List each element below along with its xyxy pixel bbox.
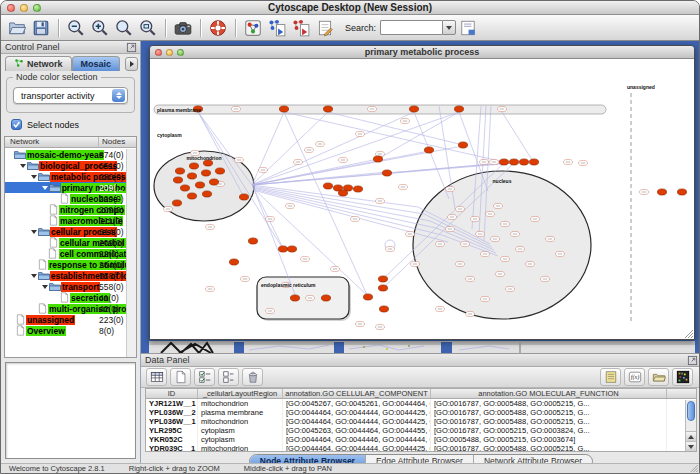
tree-expand-arrow-icon[interactable] [30,274,38,278]
tree-row[interactable]: primary metabol209(... [5,182,126,193]
scroll-up-icon[interactable] [686,431,696,441]
select-attributes-button[interactable] [194,368,215,386]
edge [252,112,328,185]
network-tab-icon [14,58,24,70]
select-nodes-label: Select nodes [27,120,79,130]
table-row[interactable]: YJR121W__1mitochondrion[GO:0045267, GO:0… [146,399,696,408]
birds-eye-view[interactable] [5,362,136,459]
tree-row[interactable]: cell communicat22(0) [5,248,126,259]
tree-row[interactable]: macromolecule311(0) [5,215,126,226]
table-column-header[interactable]: _cellularLayoutRegion [198,389,283,398]
tree-row[interactable]: metabolic process280(0) [5,171,126,182]
tree-row[interactable]: cellular process614(0) [5,226,126,237]
tree-row[interactable]: transport558(0) [5,281,126,292]
tree-expand-arrow-icon[interactable] [41,285,49,289]
tree-expand-arrow-icon[interactable] [19,164,27,168]
control-panel: Control Panel NetworkMosaic Node color s… [1,41,141,463]
table-row[interactable]: YPL036W__1mitochondrion[GO:0044464, GO:0… [146,417,696,426]
main-toolbar: Search: [1,15,699,41]
save-button[interactable] [29,17,53,39]
annotation-button[interactable] [313,17,337,39]
table-scrollbar[interactable] [685,400,696,451]
scrollbar-thumb[interactable] [687,401,695,421]
selected-node [287,246,296,252]
network-canvas[interactable]: plasma membranecytoplasmmitochondrionnuc… [150,59,694,339]
network-view-window[interactable]: primary metabolic process plasma membran… [149,45,695,340]
open-file-button[interactable] [5,17,29,39]
tab-mosaic[interactable]: Mosaic [72,56,121,71]
zoom-in-button[interactable] [88,17,112,39]
search-input[interactable] [380,20,442,35]
table-row[interactable]: YKR052Ccytoplasm[GO:0044464, GO:0044446,… [146,435,696,444]
table-column-header[interactable]: annotation.GO MOLECULAR_FUNCTION [431,389,667,398]
attribute-batch-button[interactable] [600,368,621,386]
tree-row[interactable]: nitrogen compo209(0) [5,204,126,215]
tree-row[interactable]: establishment of lo558(0) [5,270,126,281]
tree-expand-arrow-icon[interactable] [41,186,49,190]
file-icon [47,237,59,248]
node-color-dropdown[interactable]: transporter activity [13,87,128,104]
tree-row[interactable]: biological_process651(0) [5,160,126,171]
table-column-header[interactable]: ID [146,389,198,398]
network-window-titlebar[interactable]: primary metabolic process [150,46,694,59]
import-network-button[interactable] [265,17,289,39]
table-row[interactable]: YDR039C__1mitochondrion[GO:0044464, GO:0… [146,444,696,452]
float-panel-icon[interactable] [126,42,137,53]
search-config-button[interactable] [456,17,480,39]
tree-expand-arrow-icon[interactable] [30,175,38,179]
function-builder-button[interactable]: f(x) [624,368,645,386]
selected-node [424,147,433,153]
edge [284,112,368,297]
tree-column-network: Network [10,137,39,146]
vizmapper-button[interactable] [241,17,265,39]
tab-overflow-arrow-icon[interactable] [125,57,138,71]
delete-attribute-button[interactable] [242,368,263,386]
data-panel-header: Data Panel [141,354,700,367]
tree-expand-arrow-icon[interactable] [30,230,38,234]
window-titlebar[interactable]: Cytoscape Desktop (New Session) [1,1,699,15]
float-panel-icon[interactable] [687,355,698,366]
import-attributes-button[interactable] [648,368,669,386]
scroll-down-icon[interactable] [686,441,696,451]
tree-row[interactable]: secretion41(0) [5,292,126,303]
tree-row[interactable]: multi-organism pro42(0) [5,303,126,314]
status-message: Right-click + drag to ZOOM [129,464,220,473]
export-network-button[interactable] [289,17,313,39]
tree-row[interactable]: unassigned223(0) [5,314,126,325]
select-nodes-row[interactable]: Select nodes [11,119,79,130]
tree-row[interactable]: cellular metabol209(0) [5,237,126,248]
app-resize-grip-icon[interactable] [689,463,698,472]
unselect-attributes-button[interactable] [218,368,239,386]
table-column-header[interactable]: annotation.GO CELLULAR_COMPONENT [283,389,431,398]
table-row[interactable]: YPL036W__2plasma membrane[GO:0044464, GO… [146,408,696,417]
tree-row-label: mosaic-demo-yeast [26,150,104,160]
table-cell: [GO:0045263, GO:0044464, GO:0044455, G..… [283,426,431,435]
zoom-fit-button[interactable] [136,17,160,39]
window-resize-grip-icon[interactable] [683,328,693,338]
help-button[interactable] [206,17,230,39]
table-cell: [GO:0044464, GO:0044444, GO:0044425, G..… [283,444,431,452]
zoom-selected-button[interactable] [112,17,136,39]
tree-row[interactable]: nucleobase-209(0) [5,193,126,204]
matrix-view-button[interactable] [672,368,693,386]
snapshot-button[interactable] [171,17,195,39]
select-nodes-checkbox[interactable] [11,119,22,130]
search-dropdown-arrow-icon[interactable] [442,20,456,35]
create-attribute-button[interactable] [170,368,191,386]
tree-row[interactable]: response to stimulu264(0) [5,259,126,270]
zoom-out-button[interactable] [64,17,88,39]
table-row[interactable]: YLR295Ccytoplasm[GO:0045263, GO:0044464,… [146,426,696,435]
file-icon [58,292,70,303]
tree-row-node-count: 651(0) [99,161,124,171]
tree-row[interactable]: mosaic-demo-yeast874(0) [5,149,126,160]
selected-node [209,179,218,185]
attribute-table-button[interactable] [146,368,167,386]
tab-network[interactable]: Network [5,56,72,71]
tab-label: Mosaic [81,59,112,69]
tree-row-node-count: 280(0) [99,172,124,182]
attribute-table[interactable]: ID_cellularLayoutRegionannotation.GO CEL… [145,388,697,452]
background-windows[interactable] [149,340,695,353]
tree-row-node-count: 223(0) [99,315,124,325]
tree-row[interactable]: Overview8(0) [5,325,126,336]
tree-scrollbar[interactable] [126,149,136,357]
